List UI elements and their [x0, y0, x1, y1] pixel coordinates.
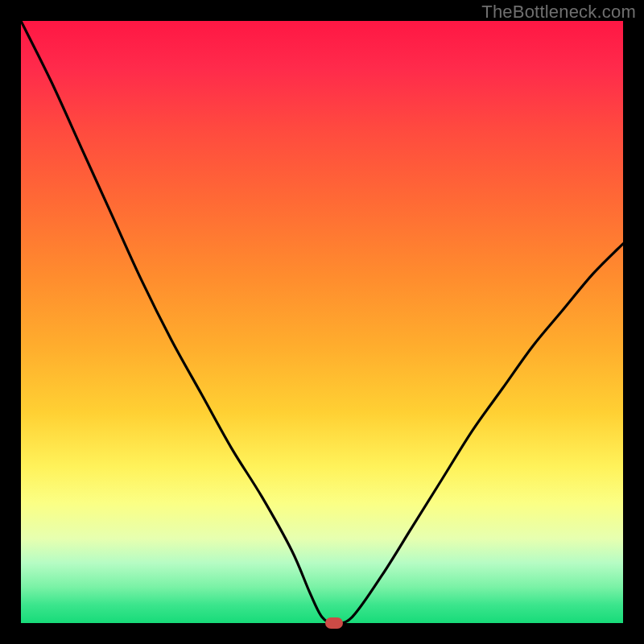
chart-frame: TheBottleneck.com — [0, 0, 644, 644]
bottleneck-curve — [21, 21, 623, 623]
optimal-point-marker — [325, 617, 343, 629]
watermark-text: TheBottleneck.com — [481, 2, 636, 23]
plot-area — [21, 21, 623, 623]
